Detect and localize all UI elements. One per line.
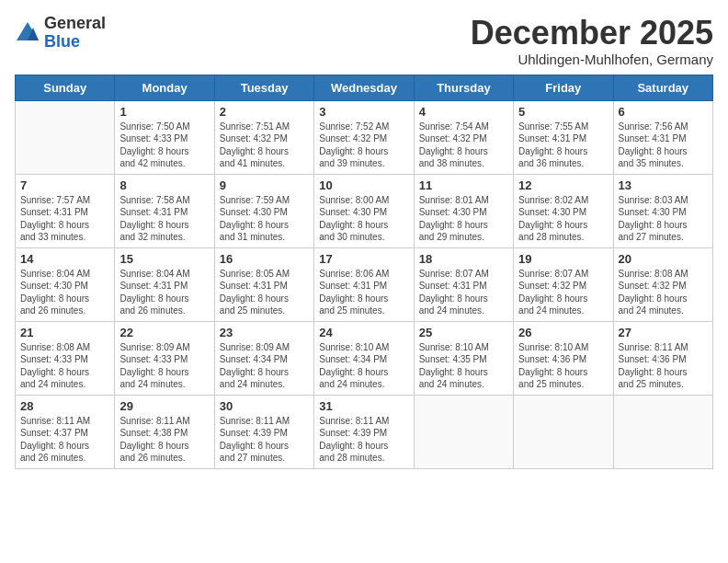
day-number: 29 xyxy=(119,399,209,413)
day-number: 2 xyxy=(220,105,309,119)
day-number: 4 xyxy=(419,105,508,119)
day-info: Sunrise: 8:01 AM Sunset: 4:30 PM Dayligh… xyxy=(419,194,508,244)
calendar-day-cell: 11Sunrise: 8:01 AM Sunset: 4:30 PM Dayli… xyxy=(414,174,513,247)
day-info: Sunrise: 8:10 AM Sunset: 4:34 PM Dayligh… xyxy=(319,341,408,391)
calendar-day-cell xyxy=(16,100,115,174)
day-number: 19 xyxy=(518,252,608,266)
day-info: Sunrise: 7:51 AM Sunset: 4:32 PM Dayligh… xyxy=(220,121,309,170)
day-number: 25 xyxy=(419,326,508,339)
day-info: Sunrise: 7:55 AM Sunset: 4:31 PM Dayligh… xyxy=(518,121,608,170)
calendar-day-cell: 16Sunrise: 8:05 AM Sunset: 4:31 PM Dayli… xyxy=(214,247,313,321)
weekday-header: Wednesday xyxy=(314,75,414,100)
calendar-day-cell: 23Sunrise: 8:09 AM Sunset: 4:34 PM Dayli… xyxy=(214,321,313,395)
day-info: Sunrise: 8:03 AM Sunset: 4:30 PM Dayligh… xyxy=(619,194,708,244)
logo-text: General Blue xyxy=(44,15,106,52)
calendar-week-row: 21Sunrise: 8:08 AM Sunset: 4:33 PM Dayli… xyxy=(16,321,713,395)
calendar-week-row: 7Sunrise: 7:57 AM Sunset: 4:31 PM Daylig… xyxy=(16,174,713,247)
day-number: 18 xyxy=(419,252,508,266)
day-number: 26 xyxy=(518,326,608,339)
day-info: Sunrise: 8:00 AM Sunset: 4:30 PM Dayligh… xyxy=(319,194,408,244)
weekday-header: Thursday xyxy=(414,75,513,100)
calendar-day-cell: 8Sunrise: 7:58 AM Sunset: 4:31 PM Daylig… xyxy=(115,174,214,247)
day-number: 24 xyxy=(319,326,408,339)
calendar-week-row: 14Sunrise: 8:04 AM Sunset: 4:30 PM Dayli… xyxy=(16,247,713,321)
weekday-header: Friday xyxy=(514,75,613,100)
calendar-day-cell xyxy=(414,395,513,468)
day-info: Sunrise: 7:54 AM Sunset: 4:32 PM Dayligh… xyxy=(419,121,508,170)
calendar-day-cell: 29Sunrise: 8:11 AM Sunset: 4:38 PM Dayli… xyxy=(115,395,214,468)
calendar-week-row: 28Sunrise: 8:11 AM Sunset: 4:37 PM Dayli… xyxy=(16,395,713,468)
title-block: December 2025 Uhldingen-Muhlhofen, Germa… xyxy=(471,15,713,67)
day-info: Sunrise: 8:09 AM Sunset: 4:33 PM Dayligh… xyxy=(119,341,209,391)
calendar-day-cell: 9Sunrise: 7:59 AM Sunset: 4:30 PM Daylig… xyxy=(214,174,313,247)
calendar-day-cell: 25Sunrise: 8:10 AM Sunset: 4:35 PM Dayli… xyxy=(414,321,513,395)
day-number: 16 xyxy=(220,252,309,266)
day-info: Sunrise: 8:04 AM Sunset: 4:30 PM Dayligh… xyxy=(20,268,109,317)
day-info: Sunrise: 8:11 AM Sunset: 4:38 PM Dayligh… xyxy=(119,415,209,465)
day-number: 10 xyxy=(319,178,408,192)
day-number: 30 xyxy=(220,399,309,413)
calendar-week-row: 1Sunrise: 7:50 AM Sunset: 4:33 PM Daylig… xyxy=(16,100,713,174)
calendar-day-cell: 12Sunrise: 8:02 AM Sunset: 4:30 PM Dayli… xyxy=(514,174,613,247)
calendar-header-row: SundayMondayTuesdayWednesdayThursdayFrid… xyxy=(16,75,713,100)
calendar-day-cell: 5Sunrise: 7:55 AM Sunset: 4:31 PM Daylig… xyxy=(514,100,613,174)
logo-icon xyxy=(15,20,40,46)
day-info: Sunrise: 8:08 AM Sunset: 4:33 PM Dayligh… xyxy=(20,341,109,391)
calendar-day-cell: 18Sunrise: 8:07 AM Sunset: 4:31 PM Dayli… xyxy=(414,247,513,321)
day-info: Sunrise: 8:11 AM Sunset: 4:39 PM Dayligh… xyxy=(319,415,408,465)
day-number: 8 xyxy=(119,178,209,192)
day-number: 21 xyxy=(20,326,109,339)
day-info: Sunrise: 8:09 AM Sunset: 4:34 PM Dayligh… xyxy=(220,341,309,391)
day-number: 6 xyxy=(619,105,708,119)
logo-general: General xyxy=(44,14,106,32)
calendar-day-cell: 15Sunrise: 8:04 AM Sunset: 4:31 PM Dayli… xyxy=(115,247,214,321)
logo: General Blue xyxy=(15,15,106,52)
day-number: 3 xyxy=(319,105,408,119)
calendar-day-cell: 27Sunrise: 8:11 AM Sunset: 4:36 PM Dayli… xyxy=(613,321,712,395)
calendar-day-cell xyxy=(613,395,712,468)
calendar-day-cell: 14Sunrise: 8:04 AM Sunset: 4:30 PM Dayli… xyxy=(16,247,115,321)
day-info: Sunrise: 8:08 AM Sunset: 4:32 PM Dayligh… xyxy=(619,268,708,317)
calendar-day-cell: 26Sunrise: 8:10 AM Sunset: 4:36 PM Dayli… xyxy=(514,321,613,395)
page-header: General Blue December 2025 Uhldingen-Muh… xyxy=(15,15,713,67)
day-info: Sunrise: 7:58 AM Sunset: 4:31 PM Dayligh… xyxy=(119,194,209,244)
day-number: 23 xyxy=(220,326,309,339)
day-number: 17 xyxy=(319,252,408,266)
calendar-day-cell: 7Sunrise: 7:57 AM Sunset: 4:31 PM Daylig… xyxy=(16,174,115,247)
day-info: Sunrise: 7:59 AM Sunset: 4:30 PM Dayligh… xyxy=(220,194,309,244)
calendar-day-cell: 28Sunrise: 8:11 AM Sunset: 4:37 PM Dayli… xyxy=(16,395,115,468)
day-info: Sunrise: 8:11 AM Sunset: 4:36 PM Dayligh… xyxy=(619,341,708,391)
calendar-day-cell: 24Sunrise: 8:10 AM Sunset: 4:34 PM Dayli… xyxy=(314,321,414,395)
day-info: Sunrise: 8:04 AM Sunset: 4:31 PM Dayligh… xyxy=(119,268,209,317)
day-info: Sunrise: 8:10 AM Sunset: 4:35 PM Dayligh… xyxy=(419,341,508,391)
day-number: 13 xyxy=(619,178,708,192)
calendar-day-cell: 20Sunrise: 8:08 AM Sunset: 4:32 PM Dayli… xyxy=(613,247,712,321)
day-number: 27 xyxy=(619,326,708,339)
day-info: Sunrise: 8:07 AM Sunset: 4:32 PM Dayligh… xyxy=(518,268,608,317)
calendar-day-cell: 4Sunrise: 7:54 AM Sunset: 4:32 PM Daylig… xyxy=(414,100,513,174)
day-number: 31 xyxy=(319,399,408,413)
day-number: 5 xyxy=(518,105,608,119)
day-number: 20 xyxy=(619,252,708,266)
calendar-day-cell: 2Sunrise: 7:51 AM Sunset: 4:32 PM Daylig… xyxy=(214,100,313,174)
calendar-day-cell: 3Sunrise: 7:52 AM Sunset: 4:32 PM Daylig… xyxy=(314,100,414,174)
day-number: 14 xyxy=(20,252,109,266)
weekday-header: Tuesday xyxy=(214,75,313,100)
day-info: Sunrise: 8:10 AM Sunset: 4:36 PM Dayligh… xyxy=(518,341,608,391)
day-info: Sunrise: 7:52 AM Sunset: 4:32 PM Dayligh… xyxy=(319,121,408,170)
day-info: Sunrise: 8:05 AM Sunset: 4:31 PM Dayligh… xyxy=(220,268,309,317)
day-info: Sunrise: 8:02 AM Sunset: 4:30 PM Dayligh… xyxy=(518,194,608,244)
weekday-header: Saturday xyxy=(613,75,712,100)
calendar-day-cell: 13Sunrise: 8:03 AM Sunset: 4:30 PM Dayli… xyxy=(613,174,712,247)
day-info: Sunrise: 7:50 AM Sunset: 4:33 PM Dayligh… xyxy=(119,121,209,170)
calendar-day-cell: 1Sunrise: 7:50 AM Sunset: 4:33 PM Daylig… xyxy=(115,100,214,174)
logo-blue: Blue xyxy=(44,32,80,51)
calendar-day-cell: 10Sunrise: 8:00 AM Sunset: 4:30 PM Dayli… xyxy=(314,174,414,247)
day-number: 12 xyxy=(518,178,608,192)
calendar-day-cell: 30Sunrise: 8:11 AM Sunset: 4:39 PM Dayli… xyxy=(214,395,313,468)
day-number: 22 xyxy=(119,326,209,339)
day-number: 28 xyxy=(20,399,109,413)
calendar-day-cell: 17Sunrise: 8:06 AM Sunset: 4:31 PM Dayli… xyxy=(314,247,414,321)
month-title: December 2025 xyxy=(471,15,713,52)
calendar-day-cell: 19Sunrise: 8:07 AM Sunset: 4:32 PM Dayli… xyxy=(514,247,613,321)
